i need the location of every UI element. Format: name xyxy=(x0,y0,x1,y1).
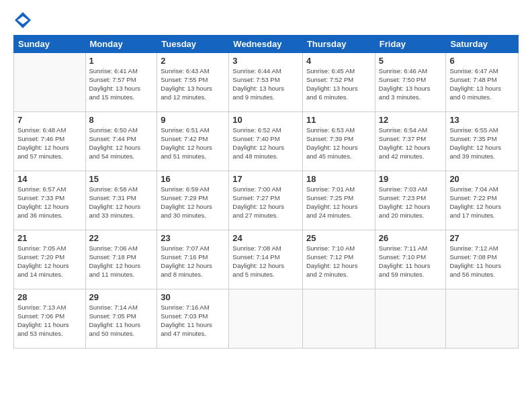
weekday-header-thursday: Thursday xyxy=(302,36,375,53)
page: SundayMondayTuesdayWednesdayThursdayFrid… xyxy=(0,0,532,411)
day-number: 18 xyxy=(306,174,371,184)
calendar-cell: 10Sunrise: 6:52 AM Sunset: 7:40 PM Dayli… xyxy=(229,112,303,171)
day-number: 13 xyxy=(449,115,515,125)
day-info: Sunrise: 7:04 AM Sunset: 7:22 PM Dayligh… xyxy=(449,185,515,220)
calendar-cell xyxy=(375,289,446,349)
day-number: 27 xyxy=(449,233,515,243)
calendar-cell: 20Sunrise: 7:04 AM Sunset: 7:22 PM Dayli… xyxy=(446,171,519,230)
day-number: 8 xyxy=(89,115,154,125)
day-number: 26 xyxy=(379,233,443,243)
day-info: Sunrise: 6:50 AM Sunset: 7:44 PM Dayligh… xyxy=(89,126,154,161)
calendar-cell: 13Sunrise: 6:55 AM Sunset: 7:35 PM Dayli… xyxy=(446,112,519,171)
day-info: Sunrise: 6:58 AM Sunset: 7:31 PM Dayligh… xyxy=(89,185,154,220)
calendar-cell: 2Sunrise: 6:43 AM Sunset: 7:55 PM Daylig… xyxy=(157,53,229,112)
header xyxy=(13,11,519,28)
day-info: Sunrise: 6:45 AM Sunset: 7:52 PM Dayligh… xyxy=(306,67,371,101)
calendar-cell: 14Sunrise: 6:57 AM Sunset: 7:33 PM Dayli… xyxy=(14,171,86,230)
day-number: 11 xyxy=(306,115,371,125)
day-number: 5 xyxy=(379,56,443,66)
day-info: Sunrise: 6:48 AM Sunset: 7:46 PM Dayligh… xyxy=(17,126,82,161)
day-info: Sunrise: 6:46 AM Sunset: 7:50 PM Dayligh… xyxy=(379,67,443,101)
weekday-header-sunday: Sunday xyxy=(14,36,86,53)
week-row-2: 7Sunrise: 6:48 AM Sunset: 7:46 PM Daylig… xyxy=(14,112,519,171)
day-number: 7 xyxy=(17,115,82,125)
week-row-4: 21Sunrise: 7:05 AM Sunset: 7:20 PM Dayli… xyxy=(14,230,519,289)
calendar-cell: 12Sunrise: 6:54 AM Sunset: 7:37 PM Dayli… xyxy=(375,112,446,171)
calendar-cell: 3Sunrise: 6:44 AM Sunset: 7:53 PM Daylig… xyxy=(229,53,303,112)
day-info: Sunrise: 6:41 AM Sunset: 7:57 PM Dayligh… xyxy=(89,67,154,101)
day-number: 25 xyxy=(306,233,371,243)
day-number: 29 xyxy=(89,292,154,302)
day-number: 21 xyxy=(17,233,82,243)
calendar-cell xyxy=(446,289,519,349)
day-number: 24 xyxy=(232,233,299,243)
day-info: Sunrise: 6:47 AM Sunset: 7:48 PM Dayligh… xyxy=(449,67,515,101)
calendar-cell: 18Sunrise: 7:01 AM Sunset: 7:25 PM Dayli… xyxy=(302,171,375,230)
day-info: Sunrise: 7:16 AM Sunset: 7:03 PM Dayligh… xyxy=(161,304,225,338)
weekday-header-monday: Monday xyxy=(85,36,157,53)
weekday-header-saturday: Saturday xyxy=(446,36,519,53)
calendar-cell: 25Sunrise: 7:10 AM Sunset: 7:12 PM Dayli… xyxy=(302,230,375,289)
day-number: 22 xyxy=(89,233,154,243)
day-info: Sunrise: 6:57 AM Sunset: 7:33 PM Dayligh… xyxy=(17,185,82,220)
calendar-cell: 24Sunrise: 7:08 AM Sunset: 7:14 PM Dayli… xyxy=(229,230,303,289)
day-info: Sunrise: 7:01 AM Sunset: 7:25 PM Dayligh… xyxy=(306,185,371,220)
calendar-cell: 16Sunrise: 6:59 AM Sunset: 7:29 PM Dayli… xyxy=(157,171,229,230)
day-info: Sunrise: 6:53 AM Sunset: 7:39 PM Dayligh… xyxy=(306,126,371,161)
day-info: Sunrise: 7:07 AM Sunset: 7:16 PM Dayligh… xyxy=(161,244,225,279)
day-info: Sunrise: 6:43 AM Sunset: 7:55 PM Dayligh… xyxy=(161,67,225,101)
calendar-cell: 9Sunrise: 6:51 AM Sunset: 7:42 PM Daylig… xyxy=(157,112,229,171)
day-number: 2 xyxy=(161,56,225,66)
day-number: 14 xyxy=(17,174,82,184)
day-number: 30 xyxy=(161,292,225,302)
day-number: 6 xyxy=(449,56,515,66)
day-number: 4 xyxy=(306,56,371,66)
calendar-cell: 4Sunrise: 6:45 AM Sunset: 7:52 PM Daylig… xyxy=(302,53,375,112)
day-info: Sunrise: 7:06 AM Sunset: 7:18 PM Dayligh… xyxy=(89,244,154,279)
calendar-cell: 8Sunrise: 6:50 AM Sunset: 7:44 PM Daylig… xyxy=(85,112,157,171)
day-number: 12 xyxy=(379,115,443,125)
logo xyxy=(13,11,34,28)
calendar-cell: 11Sunrise: 6:53 AM Sunset: 7:39 PM Dayli… xyxy=(302,112,375,171)
day-info: Sunrise: 7:10 AM Sunset: 7:12 PM Dayligh… xyxy=(306,244,371,279)
calendar-cell xyxy=(14,53,86,112)
weekday-header-tuesday: Tuesday xyxy=(157,36,229,53)
calendar-cell: 7Sunrise: 6:48 AM Sunset: 7:46 PM Daylig… xyxy=(14,112,86,171)
day-info: Sunrise: 7:03 AM Sunset: 7:23 PM Dayligh… xyxy=(379,185,443,220)
day-number: 16 xyxy=(161,174,225,184)
calendar-cell: 19Sunrise: 7:03 AM Sunset: 7:23 PM Dayli… xyxy=(375,171,446,230)
day-number: 10 xyxy=(232,115,299,125)
calendar-cell: 1Sunrise: 6:41 AM Sunset: 7:57 PM Daylig… xyxy=(85,53,157,112)
day-number: 19 xyxy=(379,174,443,184)
day-number: 15 xyxy=(89,174,154,184)
day-number: 1 xyxy=(89,56,154,66)
day-info: Sunrise: 7:11 AM Sunset: 7:10 PM Dayligh… xyxy=(379,244,443,279)
calendar-table: SundayMondayTuesdayWednesdayThursdayFrid… xyxy=(13,35,519,349)
day-number: 3 xyxy=(232,56,299,66)
week-row-5: 28Sunrise: 7:13 AM Sunset: 7:06 PM Dayli… xyxy=(14,289,519,349)
calendar-cell xyxy=(302,289,375,349)
weekday-header-wednesday: Wednesday xyxy=(229,36,303,53)
calendar-cell: 6Sunrise: 6:47 AM Sunset: 7:48 PM Daylig… xyxy=(446,53,519,112)
day-number: 9 xyxy=(161,115,225,125)
weekday-header-friday: Friday xyxy=(375,36,446,53)
calendar-cell: 5Sunrise: 6:46 AM Sunset: 7:50 PM Daylig… xyxy=(375,53,446,112)
day-info: Sunrise: 7:13 AM Sunset: 7:06 PM Dayligh… xyxy=(17,304,82,338)
day-info: Sunrise: 6:51 AM Sunset: 7:42 PM Dayligh… xyxy=(161,126,225,161)
day-info: Sunrise: 6:52 AM Sunset: 7:40 PM Dayligh… xyxy=(232,126,299,161)
calendar-cell: 22Sunrise: 7:06 AM Sunset: 7:18 PM Dayli… xyxy=(85,230,157,289)
day-info: Sunrise: 7:08 AM Sunset: 7:14 PM Dayligh… xyxy=(232,244,299,279)
calendar-cell: 28Sunrise: 7:13 AM Sunset: 7:06 PM Dayli… xyxy=(14,289,86,349)
day-number: 28 xyxy=(17,292,82,302)
calendar-cell: 29Sunrise: 7:14 AM Sunset: 7:05 PM Dayli… xyxy=(85,289,157,349)
day-number: 23 xyxy=(161,233,225,243)
calendar-cell xyxy=(229,289,303,349)
weekday-header-row: SundayMondayTuesdayWednesdayThursdayFrid… xyxy=(14,36,519,53)
day-info: Sunrise: 6:54 AM Sunset: 7:37 PM Dayligh… xyxy=(379,126,443,161)
day-number: 20 xyxy=(449,174,515,184)
day-number: 17 xyxy=(232,174,299,184)
calendar-cell: 15Sunrise: 6:58 AM Sunset: 7:31 PM Dayli… xyxy=(85,171,157,230)
calendar-cell: 21Sunrise: 7:05 AM Sunset: 7:20 PM Dayli… xyxy=(14,230,86,289)
day-info: Sunrise: 6:55 AM Sunset: 7:35 PM Dayligh… xyxy=(449,126,515,161)
week-row-1: 1Sunrise: 6:41 AM Sunset: 7:57 PM Daylig… xyxy=(14,53,519,112)
